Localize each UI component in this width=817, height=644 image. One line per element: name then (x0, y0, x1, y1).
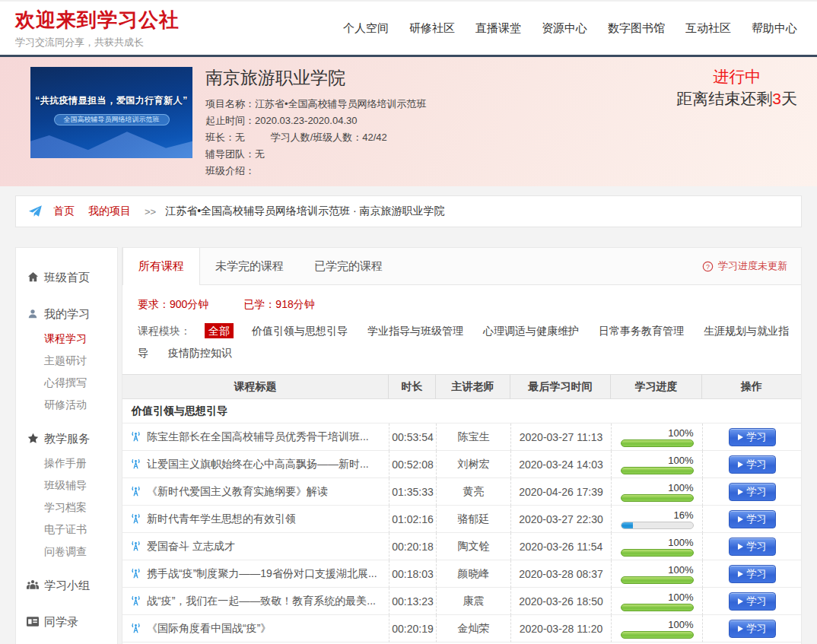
course-title[interactable]: 陈宝生部长在全国高校辅导员优秀骨干培训班... (147, 430, 369, 444)
progress-cell: 16% (611, 506, 702, 533)
broadcast-icon (130, 595, 141, 607)
play-icon (738, 571, 743, 577)
breadcrumb-home-link[interactable]: 首页 (53, 205, 75, 218)
module-filter-item[interactable]: 心理调适与健康维护 (483, 325, 579, 337)
sidebar-subitem-班级辅导[interactable]: 班级辅导 (16, 480, 117, 490)
sidebar-subitem-电子证书[interactable]: 电子证书 (16, 524, 117, 535)
tabs-group: 所有课程未学完的课程已学完的课程 (122, 248, 398, 284)
tab-已学完的课程[interactable]: 已学完的课程 (299, 248, 398, 284)
play-icon (738, 626, 743, 632)
nav-item[interactable]: 帮助中心 (752, 21, 797, 36)
course-duration: 00:18:03 (389, 560, 436, 588)
nav-item[interactable]: 资源中心 (542, 21, 587, 36)
sidebar-item-班级首页[interactable]: 班级首页 (16, 269, 117, 285)
project-name-label: 项目名称： (205, 98, 255, 109)
learn-button[interactable]: 学习 (729, 565, 776, 583)
last-study-time: 2020-03-26 11:54 (510, 533, 611, 560)
sidebar-item-教学服务[interactable]: 教学服务 (16, 430, 117, 446)
nav-item[interactable]: 个人空间 (343, 21, 389, 36)
course-row: 战“疫”，我们在一起——致敬！教育系统的最美...00:13:23康震2020-… (122, 588, 801, 615)
module-filter-item[interactable]: 生涯规划与就业指导 (138, 325, 789, 359)
module-filter-item[interactable]: 价值引领与思想引导 (252, 325, 348, 337)
learn-button[interactable]: 学习 (729, 510, 776, 528)
home-icon (27, 271, 39, 283)
course-title[interactable]: 《国际角度看中国战“疫”》 (147, 622, 271, 636)
module-filter: 课程模块：全部价值引领与思想引导学业指导与班级管理心理调适与健康维护日常事务教育… (122, 316, 801, 374)
course-title[interactable]: 新时代青年学生思想的有效引领 (147, 512, 296, 526)
sidebar-item-学习小组[interactable]: 学习小组 (16, 577, 117, 593)
nav-item[interactable]: 研修社区 (409, 21, 455, 36)
sidebar-subitem-问卷调查[interactable]: 问卷调查 (16, 546, 117, 557)
action-cell: 学习 (702, 615, 801, 642)
course-title[interactable]: 爱国奋斗 立志成才 (147, 540, 235, 554)
course-title-cell: 战“疫”，我们在一起——致敬！教育系统的最美... (122, 588, 389, 615)
course-duration: 01:35:33 (389, 478, 436, 506)
top-nav: 个人空间研修社区直播课堂资源中心数字图书馆互动社区帮助中心 (343, 21, 797, 36)
course-title[interactable]: 让爱国主义旗帜始终在心中高高飘扬——新时... (147, 458, 369, 471)
module-filter-item[interactable]: 日常事务教育管理 (599, 325, 684, 337)
course-row: 让爱国主义旗帜始终在心中高高飘扬——新时...00:52:08刘树宏2020-0… (122, 451, 801, 478)
learn-button[interactable]: 学习 (729, 620, 776, 638)
sidebar-item-label: 同学录 (44, 614, 78, 630)
teacher-name: 颜晓峰 (436, 560, 510, 588)
progress-cell: 100% (611, 615, 702, 642)
sidebar-item-label: 学习小组 (44, 577, 90, 593)
breadcrumb-my-projects-link[interactable]: 我的项目 (88, 205, 131, 218)
play-icon (738, 434, 743, 440)
sidebar-subitem-心得撰写[interactable]: 心得撰写 (16, 377, 117, 388)
nav-item[interactable]: 数字图书馆 (608, 21, 665, 36)
course-title[interactable]: 战“疫”，我们在一起——致敬！教育系统的最美... (147, 595, 376, 608)
sidebar-subitem-学习档案[interactable]: 学习档案 (16, 502, 117, 512)
course-title[interactable]: 《新时代爱国主义教育实施纲要》解读 (147, 485, 328, 499)
sidebar-subitem-主题研讨[interactable]: 主题研讨 (16, 355, 117, 366)
contacts-icon (27, 617, 39, 627)
course-row: 新时代青年学生思想的有效引领01:02:16骆郁廷2020-03-27 22:3… (122, 506, 801, 533)
countdown-text: 距离结束还剩3天 (676, 87, 797, 110)
progress-percent: 100% (621, 427, 694, 439)
action-cell: 学习 (702, 478, 801, 506)
teacher-name: 黄亮 (436, 478, 510, 506)
sidebar-item-我的学习[interactable]: 我的学习 (16, 306, 117, 322)
learn-button[interactable]: 学习 (729, 538, 776, 556)
column-header: 主讲老师 (436, 374, 510, 399)
sidebar-subitem-课程学习[interactable]: 课程学习 (16, 333, 117, 344)
progress-cell: 100% (611, 533, 702, 560)
nav-item[interactable]: 直播课堂 (475, 21, 521, 36)
learn-button[interactable]: 学习 (729, 483, 776, 501)
tab-未学完的课程[interactable]: 未学完的课程 (200, 248, 299, 284)
sidebar-item-label: 教学服务 (44, 430, 90, 446)
course-row: 《国际角度看中国战“疫”》00:20:19金灿荣2020-03-28 11:20… (122, 615, 801, 642)
progress-bar (621, 576, 694, 584)
progress-bar (621, 631, 694, 639)
progress-cell: 100% (611, 451, 702, 478)
course-title-cell: 《新时代爱国主义教育实施纲要》解读 (122, 478, 389, 506)
learn-button[interactable]: 学习 (729, 455, 776, 474)
module-filter-item[interactable]: 学业指导与班级管理 (367, 325, 463, 337)
learn-button[interactable]: 学习 (729, 428, 776, 446)
course-title[interactable]: 携手战“疫”制度聚力——19省份对口支援湖北展... (147, 567, 377, 581)
sidebar-subitem-操作手册[interactable]: 操作手册 (16, 458, 117, 468)
module-filter-item[interactable]: 疫情防控知识 (168, 347, 232, 359)
learners-value: 42/42 (362, 132, 387, 143)
progress-notice[interactable]: ? 学习进度未更新 (702, 248, 801, 284)
course-duration: 01:02:16 (389, 506, 436, 533)
teacher-name: 陶文铨 (436, 533, 510, 560)
last-study-time: 2020-03-28 08:37 (510, 560, 611, 588)
sidebar-subitem-研修活动[interactable]: 研修活动 (16, 399, 117, 410)
sidebar-item-同学录[interactable]: 同学录 (16, 614, 117, 630)
action-cell: 学习 (702, 506, 801, 533)
last-study-time: 2020-03-27 11:13 (510, 424, 611, 451)
learn-button-label: 学习 (747, 458, 767, 471)
column-header: 学习进度 (611, 374, 702, 399)
sidebar-item-label: 我的学习 (44, 306, 90, 322)
team-line: 辅导团队：无 (205, 146, 427, 163)
tab-所有课程[interactable]: 所有课程 (122, 248, 200, 285)
course-table-body: 价值引领与思想引导陈宝生部长在全国高校辅导员优秀骨干培训班...00:53:54… (122, 399, 801, 642)
monitor-value: 无 (235, 132, 245, 143)
sidebar: 班级首页我的学习课程学习主题研讨心得撰写研修活动教学服务操作手册班级辅导学习档案… (15, 247, 118, 644)
play-icon (738, 462, 743, 468)
module-filter-item[interactable]: 全部 (205, 323, 234, 338)
learn-button[interactable]: 学习 (729, 592, 776, 611)
nav-item[interactable]: 互动社区 (685, 21, 731, 36)
module-filter-label: 课程模块： (138, 325, 191, 337)
